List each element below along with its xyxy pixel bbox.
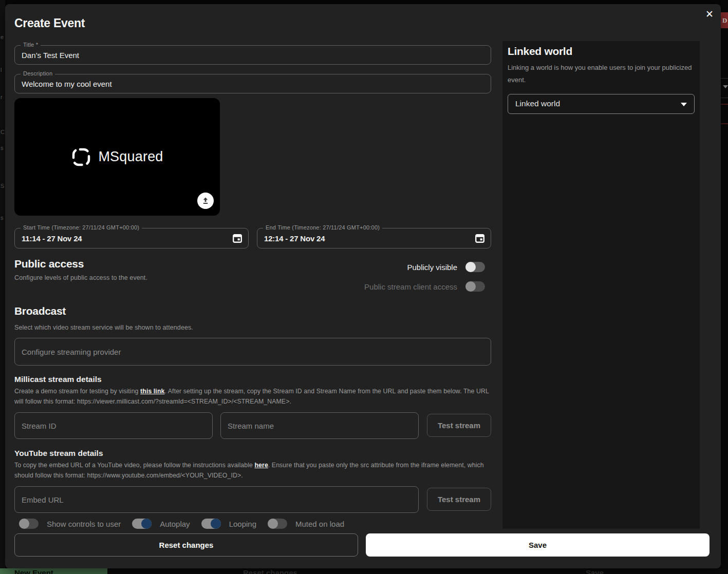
- youtube-here-link[interactable]: here: [254, 462, 268, 469]
- looping-toggle[interactable]: [201, 519, 221, 529]
- create-event-modal: Create Event ✕ Title * Description MSqua…: [5, 4, 721, 568]
- title-field[interactable]: Title *: [14, 45, 491, 65]
- streaming-provider-input[interactable]: [15, 338, 491, 365]
- autoplay-label: Autoplay: [160, 520, 190, 528]
- broadcast-subtitle: Select which video stream service will b…: [14, 324, 193, 331]
- calendar-icon[interactable]: [232, 233, 242, 243]
- backdrop-left-strip: e l r C s S s: [0, 0, 5, 574]
- millicast-this-link[interactable]: this link: [140, 388, 164, 395]
- event-image-preview: MSquared: [14, 98, 220, 216]
- embed-url-field[interactable]: [14, 486, 419, 513]
- looping-item: Looping: [201, 519, 256, 529]
- show-controls-label: Show controls to user: [47, 520, 121, 528]
- autoplay-item: Autoplay: [132, 519, 190, 529]
- millicast-heading: Millicast stream details: [14, 375, 102, 384]
- autoplay-toggle[interactable]: [132, 519, 152, 529]
- looping-label: Looping: [229, 520, 256, 528]
- backdrop-badge: D: [721, 12, 728, 28]
- backdrop-caret-icon: [723, 85, 728, 88]
- reset-changes-button[interactable]: Reset changes: [14, 533, 358, 557]
- youtube-description: To copy the embed URL of a YouTube video…: [14, 460, 491, 481]
- chevron-down-icon: [681, 103, 687, 106]
- linked-world-select-value: Linked world: [515, 99, 560, 108]
- ghost-save-button: Save: [586, 568, 604, 574]
- publicly-visible-label: Publicly visible: [407, 263, 457, 272]
- millicast-test-stream-button[interactable]: Test stream: [427, 414, 491, 437]
- stream-name-field[interactable]: [220, 412, 419, 439]
- linked-world-select[interactable]: Linked world: [508, 94, 695, 114]
- new-event-label: New Event: [14, 568, 53, 574]
- upload-icon: [201, 197, 210, 205]
- backdrop-bottom-strip: New Event Reset changes Save: [0, 568, 728, 574]
- close-icon[interactable]: ✕: [701, 6, 718, 22]
- embed-url-input[interactable]: [15, 487, 418, 512]
- description-input[interactable]: [15, 74, 491, 93]
- streaming-provider-select[interactable]: [14, 338, 491, 366]
- msquared-logo-text: MSquared: [98, 149, 163, 165]
- youtube-toggle-row: Show controls to user Autoplay Looping M…: [19, 519, 344, 529]
- muted-on-load-toggle[interactable]: [268, 519, 287, 529]
- stream-id-input[interactable]: [15, 413, 212, 438]
- muted-on-load-label: Muted on load: [295, 520, 344, 528]
- start-time-field[interactable]: Start Time (Timezone: 27/11/24 GMT+00:00…: [14, 228, 249, 248]
- broadcast-heading: Broadcast: [14, 305, 66, 317]
- publicly-visible-row: Publicly visible: [262, 262, 485, 272]
- msquared-logo-icon: [71, 147, 91, 167]
- calendar-icon[interactable]: [475, 233, 485, 243]
- stream-id-field[interactable]: [14, 412, 213, 439]
- public-stream-access-toggle[interactable]: [465, 281, 485, 292]
- backdrop-right-strip: D: [721, 0, 728, 574]
- start-time-input[interactable]: [15, 228, 248, 248]
- modal-title: Create Event: [14, 16, 85, 30]
- public-access-heading: Public access: [14, 258, 84, 270]
- muted-item: Muted on load: [268, 519, 344, 529]
- youtube-test-stream-button[interactable]: Test stream: [427, 488, 491, 511]
- stream-name-input[interactable]: [221, 413, 418, 438]
- upload-image-button[interactable]: [197, 193, 214, 209]
- end-time-field[interactable]: End Time (Timezone: 27/11/24 GMT+00:00): [257, 228, 491, 248]
- publicly-visible-toggle[interactable]: [465, 262, 485, 272]
- public-stream-access-label: Public stream client access: [364, 282, 457, 291]
- show-controls-item: Show controls to user: [19, 519, 121, 529]
- end-time-input[interactable]: [257, 228, 491, 248]
- save-button[interactable]: Save: [366, 533, 710, 557]
- show-controls-toggle[interactable]: [19, 519, 39, 529]
- new-event-button[interactable]: New Event: [0, 568, 107, 574]
- youtube-heading: YouTube stream details: [14, 449, 103, 458]
- millicast-description: Create a demo stream for testing by visi…: [14, 386, 491, 407]
- title-input[interactable]: [15, 46, 491, 64]
- linked-world-panel: Linked world Linking a world is how you …: [502, 41, 700, 529]
- linked-world-heading: Linked world: [508, 45, 572, 58]
- description-field[interactable]: Description: [14, 74, 491, 93]
- ghost-reset-button: Reset changes: [243, 568, 297, 574]
- public-stream-access-row: Public stream client access: [262, 281, 485, 292]
- linked-world-description: Linking a world is how you enable users …: [508, 62, 694, 86]
- public-access-subtitle: Configure levels of public access to the…: [14, 274, 147, 281]
- screen: e l r C s S s D New Event Reset changes …: [0, 0, 728, 574]
